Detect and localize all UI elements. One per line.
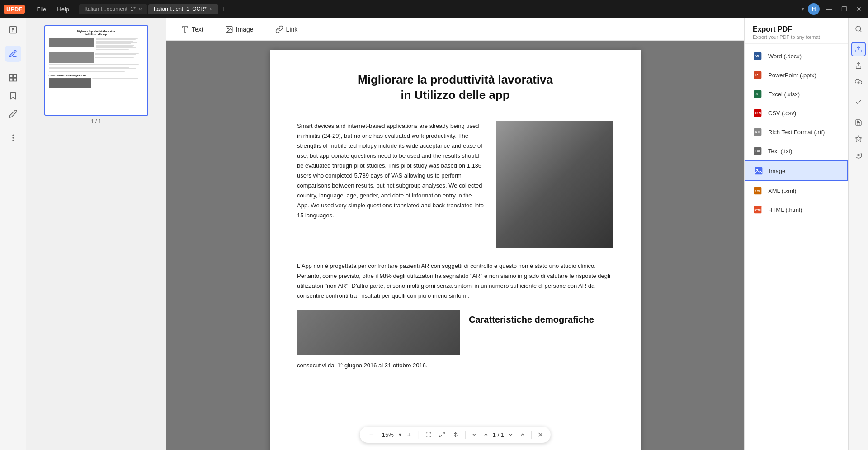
thumbnail-page-number: 1 / 1 (91, 118, 101, 125)
bottom-bar-divider-1 (419, 431, 419, 439)
maximize-button[interactable]: ❐ (839, 5, 850, 14)
sidebar-icon-bookmark[interactable] (5, 88, 21, 104)
right-icon-save[interactable] (851, 115, 866, 130)
svg-point-36 (856, 26, 861, 31)
right-sidebar (848, 18, 868, 450)
svg-point-42 (858, 154, 859, 156)
toolbar-text-button[interactable]: Text (175, 23, 209, 36)
zoom-dropdown[interactable]: ▾ (399, 431, 401, 438)
export-item-word[interactable]: W Word (.docx) (745, 47, 848, 66)
export-list: W Word (.docx) P PowerPoint (.pptx) X Ex… (745, 44, 848, 450)
next-page-button[interactable] (506, 430, 516, 440)
add-tab-button[interactable]: + (222, 5, 226, 13)
sidebar-divider-1 (6, 42, 20, 42)
ppt-icon: P (753, 70, 763, 80)
left-sidebar (0, 18, 26, 450)
svg-text:HTML: HTML (755, 209, 762, 211)
export-header: Export PDF Export your PDF to any format (745, 18, 848, 44)
page-info: 1 / 1 (493, 431, 504, 438)
right-icon-search[interactable] (851, 22, 866, 36)
tab-1-label: Italian I...ocument_1* (85, 6, 136, 12)
svg-text:P: P (755, 73, 758, 77)
thumbnail-page-1[interactable]: Migliorare la produttività lavorativain … (44, 25, 148, 116)
tab-1-close[interactable]: ✕ (138, 7, 142, 12)
export-item-xml[interactable]: XML XML (.xml) (745, 181, 848, 200)
export-item-rtf[interactable]: RTF Rich Text Format (.rtf) (745, 122, 848, 141)
bottom-bar-close[interactable]: ✕ (535, 430, 545, 440)
svg-text:W: W (755, 54, 759, 58)
svg-rect-7 (13, 78, 16, 81)
right-icon-share[interactable] (851, 58, 866, 73)
fit-height-button[interactable] (450, 429, 462, 441)
menu-help[interactable]: Help (52, 4, 74, 14)
export-item-word-label: Word (.docx) (768, 53, 802, 60)
export-item-image[interactable]: Image (745, 160, 848, 181)
toolbar-image-label: Image (236, 26, 254, 33)
tab-2-close[interactable]: ✕ (209, 7, 213, 12)
export-title: Export PDF (753, 25, 840, 33)
minimize-button[interactable]: — (823, 5, 835, 14)
thumbnail-panel: Migliorare la produttività lavorativain … (26, 18, 166, 450)
section-partial-text: consecutivi dal 1° giugno 2016 al 31 ott… (297, 361, 613, 370)
sidebar-icon-more[interactable] (5, 130, 21, 146)
page-up-button[interactable] (481, 430, 491, 440)
close-button[interactable]: ✕ (854, 5, 864, 14)
svg-line-37 (860, 30, 861, 32)
sidebar-divider-2 (6, 66, 20, 66)
right-icon-export[interactable] (851, 42, 866, 56)
titlebar: UPDF File Help Italian I...ocument_1* ✕ … (0, 0, 868, 18)
doc-content[interactable]: Migliorare la produttività lavorativa in… (166, 41, 744, 450)
export-item-csv-label: CSV (.csv) (768, 110, 796, 117)
sidebar-icon-sign[interactable] (5, 106, 21, 122)
sidebar-icon-annotate[interactable] (5, 46, 21, 62)
menu-file[interactable]: File (32, 4, 51, 14)
export-item-rtf-label: Rich Text Format (.rtf) (768, 129, 825, 136)
svg-text:X: X (755, 92, 758, 96)
doc-image-2 (297, 310, 460, 355)
svg-marker-41 (855, 136, 861, 141)
export-panel: Export PDF Export your PDF to any format… (744, 18, 848, 450)
doc-toolbar: Text Image Link (166, 18, 744, 41)
dropdown-btn[interactable]: ▾ (802, 6, 804, 12)
content-block-1: Smart devices and internet-based applica… (297, 121, 613, 248)
zoom-out-button[interactable]: − (365, 429, 377, 441)
svg-rect-4 (9, 75, 13, 78)
toolbar-text-label: Text (192, 26, 203, 33)
sidebar-icon-edit[interactable] (5, 22, 21, 38)
svg-point-10 (13, 140, 14, 141)
svg-text:RTF: RTF (755, 131, 761, 134)
window-controls: ▾ H — ❐ ✕ (802, 3, 864, 15)
toolbar-image-button[interactable]: Image (220, 23, 259, 36)
export-item-excel-label: Excel (.xlsx) (768, 91, 800, 98)
export-item-ppt[interactable]: P PowerPoint (.pptx) (745, 66, 848, 84)
doc-image-1 (496, 121, 613, 248)
export-item-html[interactable]: HTML HTML (.html) (745, 200, 848, 219)
right-divider-1 (852, 39, 865, 39)
xml-icon: XML (753, 186, 763, 196)
export-item-csv[interactable]: CSV CSV (.csv) (745, 103, 848, 122)
right-icon-settings[interactable] (851, 148, 866, 162)
fit-page-button[interactable] (436, 429, 448, 441)
svg-text:CSV: CSV (755, 112, 761, 115)
rtf-icon: RTF (753, 127, 763, 137)
word-icon: W (753, 51, 763, 61)
bottom-bar-divider-3 (531, 431, 532, 439)
svg-text:XML: XML (755, 189, 761, 192)
zoom-in-button[interactable]: + (403, 429, 415, 441)
zoom-value: 15% (379, 431, 397, 438)
right-icon-ai[interactable] (851, 131, 866, 146)
tab-1[interactable]: Italian I...ocument_1* ✕ (79, 4, 147, 14)
export-item-excel[interactable]: X Excel (.xlsx) (745, 84, 848, 103)
right-icon-upload[interactable] (851, 75, 866, 89)
sidebar-icon-pages[interactable] (5, 70, 21, 86)
right-icon-verify[interactable] (851, 95, 866, 109)
txt-icon: TXT (753, 146, 763, 156)
page-down-button[interactable] (469, 430, 479, 440)
export-item-txt[interactable]: TXT Text (.txt) (745, 141, 848, 160)
prev-page-button[interactable] (518, 430, 528, 440)
fit-width-button[interactable] (423, 429, 434, 441)
tab-2[interactable]: Italian I...ent_1_OCR* ✕ (148, 4, 218, 14)
menu-bar: File Help (32, 4, 74, 14)
toolbar-link-button[interactable]: Link (270, 23, 303, 36)
export-item-image-label: Image (769, 168, 785, 174)
